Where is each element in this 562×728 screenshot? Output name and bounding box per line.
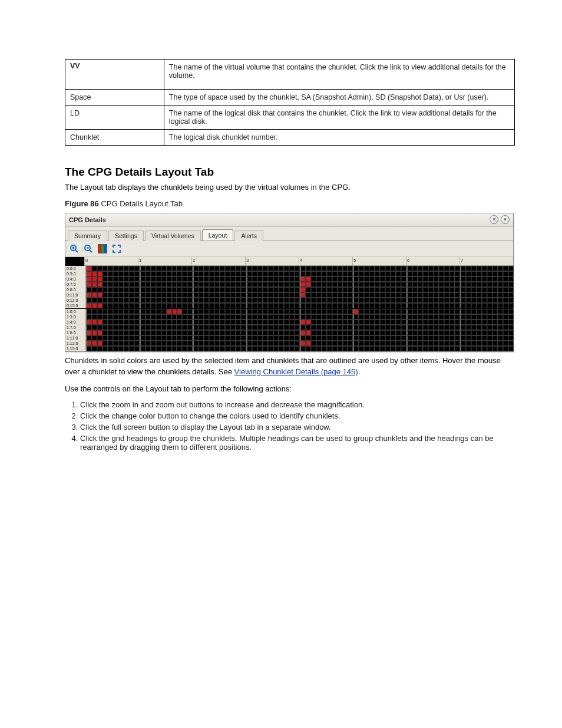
chunklet-cell[interactable]: [306, 335, 311, 341]
chunklet-cell[interactable]: [466, 309, 471, 314]
chunklet-cell[interactable]: [156, 271, 161, 276]
chunklet-cell[interactable]: [418, 330, 423, 335]
chunklet-cell[interactable]: [449, 292, 455, 298]
chunklet-cell[interactable]: [230, 303, 236, 308]
chunklet-cell[interactable]: [241, 271, 246, 276]
chunklet-cell[interactable]: [353, 341, 359, 346]
tab-alerts[interactable]: Alerts: [234, 230, 263, 241]
chunklet-cell[interactable]: [385, 287, 391, 292]
chunklet-cell[interactable]: [187, 276, 193, 282]
chunklet-cell[interactable]: [359, 314, 364, 319]
chunklet-cell[interactable]: [508, 282, 514, 287]
chunklet-cell[interactable]: [332, 325, 338, 330]
chunklet-cell[interactable]: [359, 282, 364, 287]
chunklet-cell[interactable]: [327, 325, 332, 330]
chunklet-cell[interactable]: [449, 282, 455, 287]
chunklet-cell[interactable]: [268, 271, 273, 276]
chunklet-cell[interactable]: [289, 298, 295, 303]
chunklet-cell[interactable]: [225, 276, 230, 282]
chunklet-cell[interactable]: [316, 341, 322, 346]
chunklet-cell[interactable]: [300, 341, 306, 346]
chunklet-cell[interactable]: [482, 303, 487, 308]
chunklet-cell[interactable]: [156, 309, 161, 314]
chunklet-cell[interactable]: [316, 309, 322, 314]
chunklet-cell[interactable]: [369, 325, 375, 330]
chunklet-cell[interactable]: [161, 271, 167, 276]
chunklet-cell[interactable]: [423, 319, 428, 325]
chunklet-cell[interactable]: [375, 287, 380, 292]
chunklet-cell[interactable]: [477, 325, 482, 330]
chunklet-cell[interactable]: [241, 330, 246, 335]
chunklet-cell[interactable]: [134, 314, 140, 319]
chunklet-cell[interactable]: [92, 271, 97, 276]
chunklet-cell[interactable]: [167, 325, 172, 330]
chunklet-cell[interactable]: [172, 276, 177, 282]
chunklet-cell[interactable]: [449, 266, 455, 271]
chunklet-cell[interactable]: [375, 341, 380, 346]
chunklet-cell[interactable]: [498, 282, 503, 287]
chunklet-cell[interactable]: [97, 292, 103, 298]
chunklet-cell[interactable]: [348, 271, 353, 276]
chunklet-cell[interactable]: [103, 319, 108, 325]
chunklet-cell[interactable]: [455, 282, 460, 287]
chunklet-cell[interactable]: [311, 303, 316, 308]
chunklet-cell[interactable]: [236, 325, 241, 330]
chunklet-cell[interactable]: [193, 325, 199, 330]
chunklet-cell[interactable]: [204, 292, 209, 298]
chunklet-cell[interactable]: [503, 276, 508, 282]
chunklet-cell[interactable]: [482, 314, 487, 319]
chunklet-cell[interactable]: [225, 314, 230, 319]
chunklet-cell[interactable]: [311, 271, 316, 276]
chunklet-cell[interactable]: [236, 298, 241, 303]
chunklet-cell[interactable]: [86, 314, 92, 319]
chunklet-cell[interactable]: [230, 276, 236, 282]
chunklet-cell[interactable]: [503, 266, 508, 271]
chunklet-cell[interactable]: [241, 298, 246, 303]
row-label[interactable]: 1:7:0: [65, 325, 86, 330]
chunklet-cell[interactable]: [444, 325, 449, 330]
chunklet-cell[interactable]: [146, 314, 151, 319]
chunklet-cell[interactable]: [230, 319, 236, 325]
chunklet-cell[interactable]: [406, 303, 412, 308]
row-label[interactable]: 1:0:0: [65, 309, 86, 314]
chunklet-cell[interactable]: [412, 266, 418, 271]
chunklet-cell[interactable]: [306, 341, 311, 346]
chunklet-cell[interactable]: [204, 276, 209, 282]
chunklet-cell[interactable]: [477, 309, 482, 314]
chunklet-cell[interactable]: [401, 330, 406, 335]
chunklet-cell[interactable]: [375, 303, 380, 308]
chunklet-cell[interactable]: [108, 271, 113, 276]
chunklet-cell[interactable]: [396, 276, 401, 282]
chunklet-cell[interactable]: [439, 298, 444, 303]
chunklet-cell[interactable]: [103, 271, 108, 276]
chunklet-cell[interactable]: [86, 325, 92, 330]
chunklet-cell[interactable]: [391, 319, 396, 325]
chunklet-cell[interactable]: [300, 309, 306, 314]
chunklet-cell[interactable]: [97, 335, 103, 341]
chunklet-cell[interactable]: [311, 282, 316, 287]
chunklet-cell[interactable]: [295, 266, 300, 271]
chunklet-cell[interactable]: [492, 276, 498, 282]
chunklet-cell[interactable]: [466, 276, 471, 282]
chunklet-cell[interactable]: [134, 292, 140, 298]
chunklet-cell[interactable]: [423, 303, 428, 308]
chunklet-cell[interactable]: [172, 346, 177, 351]
chunklet-cell[interactable]: [140, 282, 146, 287]
chunklet-cell[interactable]: [134, 309, 140, 314]
chunklet-cell[interactable]: [364, 314, 369, 319]
chunklet-cell[interactable]: [466, 287, 471, 292]
chunklet-cell[interactable]: [466, 303, 471, 308]
chunklet-cell[interactable]: [257, 330, 263, 335]
chunklet-cell[interactable]: [263, 271, 268, 276]
chunklet-cell[interactable]: [492, 266, 498, 271]
chunklet-cell[interactable]: [460, 341, 466, 346]
chunklet-cell[interactable]: [327, 271, 332, 276]
chunklet-cell[interactable]: [338, 298, 343, 303]
chunklet-cell[interactable]: [134, 325, 140, 330]
chunklet-cell[interactable]: [477, 298, 482, 303]
chunklet-cell[interactable]: [343, 330, 348, 335]
chunklet-cell[interactable]: [455, 341, 460, 346]
chunklet-cell[interactable]: [246, 266, 252, 271]
chunklet-cell[interactable]: [284, 271, 289, 276]
chunklet-cell[interactable]: [444, 341, 449, 346]
